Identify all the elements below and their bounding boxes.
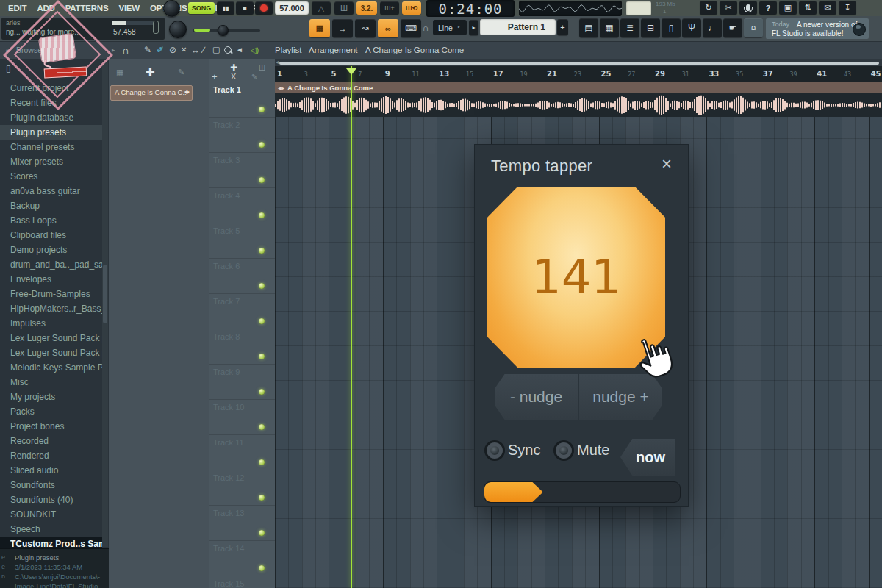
loop-record-button[interactable]: Ш⟲: [402, 1, 421, 15]
playlist-magnet-icon[interactable]: ∩: [122, 45, 129, 56]
browser-item[interactable]: Backup: [0, 198, 102, 213]
track-mute-led[interactable]: [259, 354, 265, 359]
track-row[interactable]: Track 10: [209, 400, 275, 435]
browser-item[interactable]: Plugin database: [0, 110, 102, 125]
browser-item[interactable]: My projects: [0, 390, 102, 404]
piano-roll-button[interactable]: ♩: [703, 18, 722, 37]
tempo-display[interactable]: 57.000: [275, 1, 309, 15]
track-row[interactable]: Track 6: [209, 259, 275, 294]
track-draw-icon[interactable]: ✎: [251, 73, 257, 81]
shop-button[interactable]: ¤: [744, 18, 763, 37]
save-button[interactable]: ▣: [779, 1, 797, 15]
help-button[interactable]: ?: [759, 1, 777, 15]
browser-item[interactable]: Recorded: [0, 434, 102, 448]
browser-scrollbar-thumb[interactable]: [103, 265, 107, 323]
now-button[interactable]: now: [620, 439, 675, 476]
playlist-window-button[interactable]: ▤: [579, 18, 598, 37]
browser-item[interactable]: Speech: [0, 522, 102, 537]
browser-item[interactable]: Soundfonts: [0, 478, 102, 492]
track-mute-led[interactable]: [259, 424, 265, 430]
zoom-tool-icon[interactable]: [224, 46, 232, 54]
pattern-add-button[interactable]: +: [557, 19, 568, 35]
paint-tool-icon[interactable]: ✐: [157, 45, 164, 55]
track-row[interactable]: Track 4: [209, 188, 275, 223]
browser-item[interactable]: HipHopMakers..r_Bass_Loops: [0, 301, 102, 316]
close-icon[interactable]: ×: [662, 154, 672, 174]
track-row[interactable]: Track 1: [209, 82, 275, 118]
playlist-pointer-icon[interactable]: ▸: [112, 46, 115, 54]
swap-button[interactable]: ⇅: [799, 1, 817, 15]
pattern-prev-button[interactable]: ▸: [469, 20, 478, 35]
sync-radio[interactable]: [484, 440, 505, 461]
time-display[interactable]: 0:24:00: [426, 0, 514, 17]
playhead-marker[interactable]: [346, 68, 356, 75]
record-button[interactable]: [255, 1, 273, 15]
track-move-icon[interactable]: ✚: [230, 62, 237, 73]
browser-burger-icon[interactable]: ≡: [6, 46, 10, 54]
delete-track-button[interactable]: X: [231, 72, 236, 81]
pattern-selector[interactable]: Pattern 1: [480, 19, 556, 35]
pitch-slider-handle[interactable]: [218, 25, 229, 36]
margin-move-icon[interactable]: ✚: [146, 65, 155, 79]
browser-scrollbar[interactable]: [102, 62, 108, 547]
track-mute-led[interactable]: [259, 212, 265, 218]
touch-controller-button[interactable]: ☛: [723, 18, 742, 37]
track-row[interactable]: Track 12: [209, 470, 275, 506]
browser-item[interactable]: Packs: [0, 404, 102, 419]
update-notification[interactable]: Today A newer version of FL Studio is av…: [766, 18, 869, 39]
countdown-display[interactable]: 3.2.: [356, 1, 377, 15]
margin-grid-icon[interactable]: ▦: [116, 68, 123, 77]
browser-item[interactable]: Sliced audio: [0, 463, 102, 478]
browser-item[interactable]: Bass Loops: [0, 213, 102, 228]
track-mute-led[interactable]: [259, 177, 265, 183]
menu-item-edit[interactable]: EDIT: [3, 4, 32, 12]
playlist-title[interactable]: Playlist - Arrangement: [275, 46, 358, 54]
track-row[interactable]: Track 2: [209, 118, 275, 153]
browser-item[interactable]: Project bones: [0, 419, 102, 434]
browser-item[interactable]: Free-Drum-Samples: [0, 287, 102, 301]
track-row[interactable]: Track 8: [209, 329, 275, 365]
track-row[interactable]: Track 9: [209, 365, 275, 400]
track-mute-led[interactable]: [259, 495, 265, 501]
undo-button[interactable]: ↻: [700, 1, 717, 15]
link-button[interactable]: ∞: [378, 19, 398, 37]
track-mute-led[interactable]: [259, 530, 265, 536]
clip-source-tab[interactable]: A Change Is Gonna C.. ✚: [110, 85, 193, 101]
slice-tool-icon[interactable]: ∕: [203, 45, 204, 55]
margin-draw-icon[interactable]: ✎: [178, 68, 184, 77]
track-mute-led[interactable]: [259, 565, 265, 571]
swing-button[interactable]: ↝: [355, 19, 376, 37]
download-button[interactable]: ↧: [839, 1, 856, 15]
browser-item[interactable]: Channel presets: [0, 140, 102, 154]
track-mute-led[interactable]: [259, 107, 265, 112]
track-row[interactable]: Track 5: [209, 223, 275, 259]
cut-button[interactable]: ✂: [720, 1, 737, 15]
project-info-button[interactable]: ▯: [662, 18, 681, 37]
feedback-button[interactable]: ✉: [819, 1, 836, 15]
slip-tool-icon[interactable]: ↔: [191, 45, 200, 55]
track-mute-led[interactable]: [259, 318, 265, 324]
track-mute-led[interactable]: [259, 389, 265, 395]
breadcrumb-song-name[interactable]: A Change Is Gonna Come: [365, 46, 464, 54]
shuffle-knob[interactable]: [169, 21, 187, 38]
browser-item[interactable]: Envelopes: [0, 272, 102, 287]
browser-item[interactable]: Lex Luger Sound Pack p2: [0, 345, 102, 360]
browser-item[interactable]: Demo projects: [0, 243, 102, 257]
nudge-minus-button[interactable]: - nudge: [495, 374, 578, 420]
browser-item[interactable]: Lex Luger Sound Pack p1: [0, 331, 102, 345]
track-row[interactable]: Track 15: [209, 576, 275, 588]
track-row[interactable]: Track 11: [209, 435, 275, 470]
audio-clip-header[interactable]: ◀▶ A Change Is Gonna Come: [275, 82, 882, 94]
pattern-song-grid-button[interactable]: ▦: [309, 19, 330, 37]
metronome-button[interactable]: △: [312, 1, 331, 15]
draw-tool-icon[interactable]: ✎: [144, 45, 151, 55]
menu-item-patterns[interactable]: PATTERNS: [60, 4, 114, 12]
mute-tool-icon[interactable]: ✕: [181, 46, 187, 54]
browser-item[interactable]: an0va bass guitar: [0, 184, 102, 198]
track-mute-led[interactable]: [259, 248, 265, 254]
browser-window-button[interactable]: ⊟: [641, 18, 660, 37]
snap-selector[interactable]: Line ‣: [433, 20, 467, 35]
track-mute-led[interactable]: [259, 283, 265, 289]
menu-item-add[interactable]: ADD: [32, 4, 60, 12]
track-row[interactable]: Track 14: [209, 541, 275, 576]
